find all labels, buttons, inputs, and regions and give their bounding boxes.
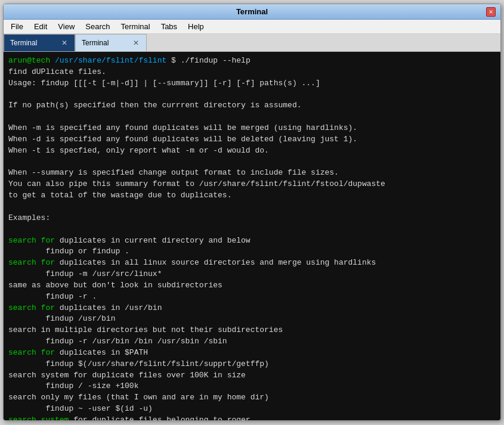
output-line-1: find dUPlicate files. bbox=[8, 67, 106, 76]
menu-file[interactable]: File bbox=[6, 21, 28, 32]
tab-bar: Terminal ✕ Terminal ✕ bbox=[4, 34, 500, 52]
output-findup-6: findup $(/usr/share/fslint/fslint/supprt… bbox=[8, 359, 269, 368]
output-findup-1: findup or findup . bbox=[8, 247, 129, 256]
output-findup-3: findup -r . bbox=[8, 292, 97, 301]
title-bar: Terminal ✕ bbox=[4, 4, 500, 20]
tab-terminal-2[interactable]: Terminal ✕ bbox=[75, 34, 147, 51]
prompt-user-1: arun@tech bbox=[8, 56, 50, 65]
output-line-4: If no path(s) specified then the currren… bbox=[8, 101, 301, 110]
output-findup-8: findup ~ -user $(id -u) bbox=[8, 404, 153, 413]
output-search-100k: search system for duplicate files over 1… bbox=[8, 371, 246, 380]
output-search-2: search for bbox=[8, 258, 55, 267]
tab-label-1: Terminal bbox=[10, 39, 57, 47]
output-examples: Examples: bbox=[8, 213, 50, 222]
tab-terminal-1[interactable]: Terminal ✕ bbox=[4, 34, 75, 51]
menu-terminal[interactable]: Terminal bbox=[116, 21, 155, 32]
output-search-5: search system bbox=[8, 415, 69, 420]
menu-tabs[interactable]: Tabs bbox=[156, 21, 182, 32]
tab-close-1[interactable]: ✕ bbox=[60, 39, 69, 47]
terminal-window: Terminal ✕ File Edit View Search Termina… bbox=[3, 4, 501, 421]
output-line-12: to get a total of the wastage due to dup… bbox=[8, 191, 231, 200]
output-line-2: Usage: findup [[[-t [-m|-d]] | [--summar… bbox=[8, 79, 320, 88]
prompt-cmd-1: ./findup --help bbox=[181, 56, 251, 65]
output-search-4: search for bbox=[8, 348, 55, 357]
output-search-own: search only my files (that I own and are… bbox=[8, 393, 269, 402]
output-findup-2: findup -m /usr/src/linux* bbox=[8, 269, 162, 278]
output-line-6: When -m is specified any found duplicate… bbox=[8, 123, 357, 132]
output-line-10: When --summary is specified change outpu… bbox=[8, 168, 339, 177]
output-line-11: You can also pipe this summary format to… bbox=[8, 179, 385, 188]
window-title: Terminal bbox=[18, 7, 486, 16]
prompt-symbol-1: $ bbox=[166, 56, 180, 65]
output-search-1: search for bbox=[8, 236, 55, 245]
output-findup-7: findup / -size +100k bbox=[8, 381, 138, 390]
menu-search[interactable]: Search bbox=[81, 21, 115, 32]
output-findup-4: findup /usr/bin bbox=[8, 314, 115, 323]
menu-help[interactable]: Help bbox=[183, 21, 209, 32]
output-search-3: search for bbox=[8, 303, 55, 312]
close-button[interactable]: ✕ bbox=[486, 7, 496, 17]
output-line-7: When -d is specified any found duplicate… bbox=[8, 135, 357, 144]
prompt-path-1: /usr/share/fslint/fslint bbox=[50, 56, 166, 65]
menu-edit[interactable]: Edit bbox=[29, 21, 52, 32]
menu-view[interactable]: View bbox=[53, 21, 79, 32]
output-findup-5: findup -r /usr/bin /bin /usr/sbin /sbin bbox=[8, 337, 227, 346]
output-search-multi: search in multiple directories but not t… bbox=[8, 325, 283, 334]
output-line-8: When -t is specfied, only report what -m… bbox=[8, 146, 269, 155]
menu-bar: File Edit View Search Terminal Tabs Help bbox=[4, 20, 500, 34]
terminal-output[interactable]: arun@tech /usr/share/fslint/fslint $ ./f… bbox=[4, 52, 500, 420]
tab-label-2: Terminal bbox=[82, 39, 128, 47]
tab-close-2[interactable]: ✕ bbox=[132, 39, 140, 47]
output-same: same as above but don't look in subdirec… bbox=[8, 281, 222, 290]
